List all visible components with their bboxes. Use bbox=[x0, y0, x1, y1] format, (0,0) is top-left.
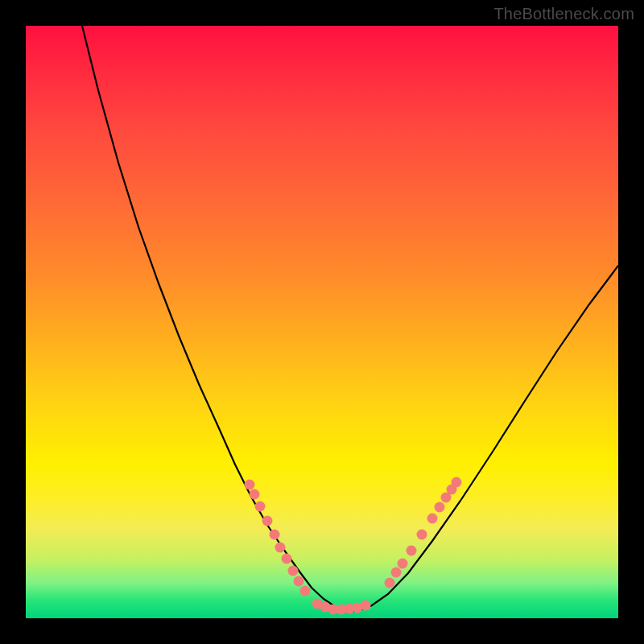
chart-frame: TheBottleneck.com bbox=[0, 0, 644, 644]
curve-marker bbox=[417, 530, 427, 540]
curve-marker bbox=[262, 516, 273, 526]
curve-marker bbox=[435, 502, 445, 513]
curve-layer bbox=[26, 26, 618, 618]
curve-marker bbox=[250, 489, 260, 500]
curve-marker bbox=[245, 480, 255, 490]
curve-marker bbox=[300, 586, 311, 597]
curve-marker bbox=[270, 530, 280, 540]
curve-marker bbox=[391, 568, 402, 578]
watermark-text: TheBottleneck.com bbox=[493, 5, 634, 23]
curve-marker bbox=[385, 578, 395, 588]
curve-marker bbox=[398, 559, 408, 569]
curve-marker bbox=[255, 502, 266, 512]
plot-area bbox=[26, 26, 618, 618]
curve-marker bbox=[275, 543, 286, 553]
curve-marker bbox=[452, 477, 462, 488]
bottleneck-curve bbox=[82, 26, 618, 612]
curve-marker bbox=[361, 601, 371, 611]
curve-marker bbox=[407, 546, 417, 556]
curve-marker bbox=[427, 514, 438, 524]
curve-marker bbox=[288, 566, 299, 576]
curve-marker bbox=[282, 554, 292, 564]
curve-marker bbox=[294, 576, 304, 587]
